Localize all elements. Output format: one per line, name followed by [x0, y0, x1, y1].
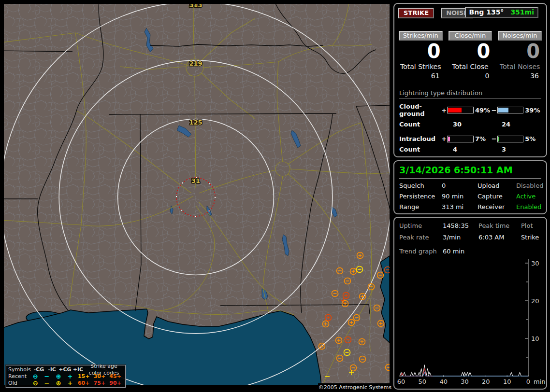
cloud-ground-label: Cloud-ground [399, 103, 441, 117]
intracloud-count-row: Count 4 3 [399, 146, 541, 153]
svg-text:31: 31 [191, 177, 200, 184]
close-per-min-button[interactable]: Close/min [449, 31, 492, 41]
ic-minus-pct: 5% [525, 135, 541, 142]
svg-text:30: 30 [461, 378, 469, 385]
receiver-value: Enabled [516, 203, 542, 210]
legend-header: Symbols -CG -IC +CG +IC Strike age color… [8, 366, 123, 373]
legend-symbols-label: Symbols [8, 366, 32, 373]
total-strikes-label: Total Strikes [399, 63, 443, 70]
svg-text:125: 125 [189, 119, 202, 126]
plus-sign: + [441, 135, 447, 142]
svg-text:10: 10 [531, 335, 539, 342]
strike-mode-button[interactable]: STRIKE [398, 8, 434, 18]
receiver-label: Receiver [478, 203, 516, 210]
circle-minus-icon: ⊖ [29, 380, 41, 387]
ic-plus-bar [447, 136, 474, 142]
cloud-ground-count-row: Count 30 24 [399, 121, 541, 128]
squelch-label: Squelch [399, 182, 442, 189]
circle-minus-icon: ⊖ [29, 373, 41, 380]
range-label: Range [399, 203, 442, 210]
cg-plus-bar [447, 107, 474, 113]
legend-row-recent: Recent ⊖ − ⊕ + 15+ 30+ 45+ [8, 373, 123, 380]
persistence-label: Persistence [399, 193, 442, 200]
lightning-map[interactable]: 31321912531 Symbols -CG -IC +CG +IC Stri… [4, 4, 390, 385]
legend-row-old: Old ⊖ − ⊕ + 60+ 75+ 90+ [8, 380, 123, 387]
symbol-legend: Symbols -CG -IC +CG +IC Strike age color… [6, 365, 126, 388]
svg-text:30: 30 [531, 260, 539, 267]
circle-plus-icon: ⊕ [53, 380, 64, 387]
status-row: Squelch 0 Upload Disabled [399, 182, 541, 189]
total-noises-label: Total Noises [498, 63, 542, 70]
distribution-title: Lightning type distribution [399, 89, 541, 98]
cg-minus-count: 24 [496, 121, 510, 128]
plus-sign: + [441, 107, 447, 114]
legend-pos-cg-label: +CG [58, 366, 72, 373]
range-value: 313 mi [442, 203, 478, 210]
svg-text:50: 50 [419, 378, 427, 385]
age-45: 45+ [107, 373, 123, 380]
bearing-distance: 351mi [510, 8, 534, 16]
svg-text:219: 219 [189, 60, 202, 67]
age-15: 15+ [76, 373, 92, 380]
age-90: 90+ [107, 380, 123, 387]
datetime-display: 3/14/2026 6:50:11 AM [399, 165, 541, 179]
svg-text:60: 60 [397, 378, 405, 385]
total-noises-value: 36 [498, 72, 542, 80]
cg-minus-bar [497, 107, 524, 113]
plus-icon: + [64, 380, 76, 387]
plus-icon: + [64, 373, 76, 380]
count-label: Count [399, 146, 446, 153]
total-close-value: 0 [449, 72, 492, 80]
count-label: Count [399, 121, 446, 128]
ic-plus-pct: 7% [475, 135, 492, 142]
trend-panel: Uptime 1458:35 Peak time Plot Peak rate … [393, 217, 547, 390]
cloud-ground-row: Cloud-ground + 49% − 39% [399, 103, 541, 117]
minus-sign: − [492, 107, 497, 114]
map-canvas: 31321912531 [4, 4, 390, 385]
age-75: 75+ [92, 380, 108, 387]
intracloud-label: Intracloud [399, 135, 441, 142]
cg-plus-pct: 49% [475, 107, 492, 114]
capture-label: Capture [478, 193, 516, 200]
capture-value: Active [516, 193, 541, 200]
total-close-label: Total Close [449, 63, 492, 70]
svg-text:min: min [534, 378, 546, 385]
cg-plus-count: 30 [446, 121, 496, 128]
status-row: Persistence 90 min Capture Active [399, 193, 541, 200]
legend-neg-cg-label: -CG [32, 366, 45, 373]
svg-text:313: 313 [189, 4, 202, 9]
ic-plus-count: 4 [446, 146, 496, 153]
upload-label: Upload [478, 182, 516, 189]
cg-minus-pct: 39% [525, 107, 541, 114]
bearing-label: Bng 135° [469, 8, 504, 16]
age-30: 30+ [92, 373, 108, 380]
squelch-value: 0 [442, 182, 478, 189]
svg-text:20: 20 [531, 297, 539, 305]
ic-minus-bar [497, 136, 524, 142]
status-panel: 3/14/2026 6:50:11 AM Squelch 0 Upload Di… [393, 160, 547, 214]
legend-pos-ic-label: +IC [72, 366, 85, 373]
minus-sign: − [492, 135, 497, 142]
close-per-min-value: 0 [449, 41, 492, 63]
circle-plus-icon: ⊕ [53, 373, 64, 380]
svg-text:10: 10 [503, 378, 511, 385]
svg-text:20: 20 [482, 378, 490, 385]
upload-value: Disabled [516, 182, 543, 189]
trend-graph: 1020306050403020100min [394, 218, 546, 389]
bearing-display[interactable]: Bng 135°351mi [465, 7, 538, 18]
strikes-per-min-button[interactable]: Strikes/min [399, 31, 443, 41]
total-strikes-value: 61 [399, 72, 443, 80]
intracloud-row: Intracloud + 7% − 5% [399, 135, 541, 142]
strikes-per-min-value: 0 [399, 41, 443, 63]
noises-per-min-button[interactable]: Noises/min [498, 31, 542, 41]
svg-text:40: 40 [439, 378, 448, 385]
age-60: 60+ [76, 380, 92, 387]
noises-per-min-value: 0 [498, 41, 542, 63]
strike-stats-panel: STRIKE NOISE Bng 135°351mi Strikes/min C… [393, 3, 547, 157]
status-row: Range 313 mi Receiver Enabled [399, 203, 541, 210]
legend-neg-ic-label: -IC [45, 366, 58, 373]
copyright-text: ©2005 Astrogenic Systems [318, 383, 393, 392]
minus-icon: − [41, 380, 53, 387]
svg-text:0: 0 [526, 378, 530, 385]
ic-minus-count: 3 [496, 146, 506, 153]
